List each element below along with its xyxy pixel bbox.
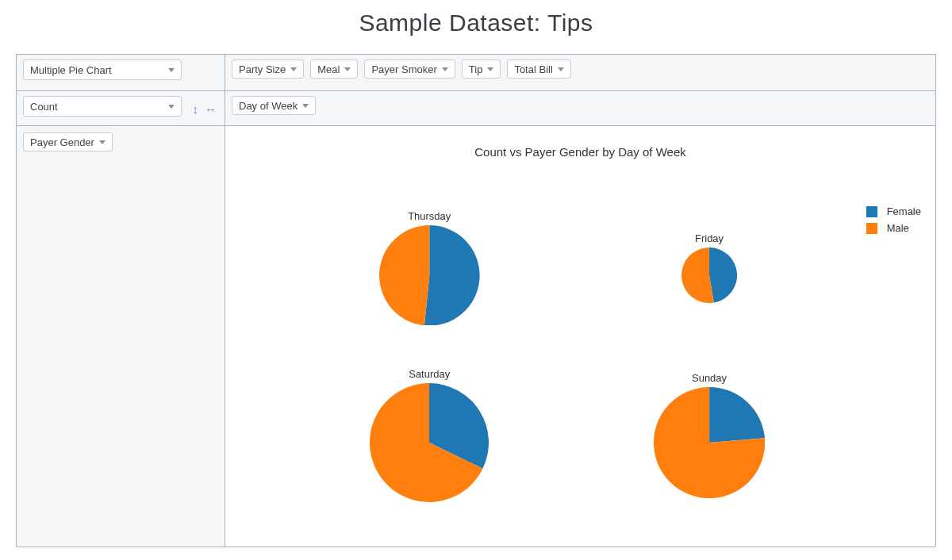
page-title: Sample Dataset: Tips: [16, 10, 936, 36]
caret-down-icon: [487, 67, 493, 71]
field-pill-label: Day of Week: [239, 100, 298, 112]
caret-down-icon: [168, 68, 175, 72]
renderer-label: Multiple Pie Chart: [30, 64, 112, 76]
pie-friday[interactable]: Friday: [681, 232, 737, 303]
field-pill-label: Meal: [317, 63, 340, 75]
legend: FemaleMale: [866, 205, 921, 239]
field-pill-payer-gender[interactable]: Payer Gender: [23, 132, 113, 152]
aggregator-label: Count: [30, 101, 58, 113]
sort-horizontal-icon[interactable]: ↔: [205, 102, 217, 114]
field-pill-payer-smoker[interactable]: Payer Smoker: [364, 59, 455, 79]
pivot-table-ui: Multiple Pie Chart Party SizeMealPayer S…: [16, 54, 936, 547]
field-pill-label: Total Bill: [514, 63, 552, 75]
field-pill-label: Payer Smoker: [371, 63, 436, 75]
chart-title: Count vs Payer Gender by Day of Week: [225, 126, 935, 159]
field-pill-label: Payer Gender: [30, 136, 94, 148]
legend-swatch: [866, 223, 877, 234]
legend-swatch: [866, 206, 877, 217]
caret-down-icon: [290, 67, 297, 71]
pie-label: Sunday: [654, 372, 765, 384]
legend-item-female[interactable]: Female: [866, 205, 921, 217]
field-pill-tip[interactable]: Tip: [462, 59, 501, 79]
field-pill-label: Tip: [469, 63, 483, 75]
column-fields-zone[interactable]: Day of Week: [232, 96, 929, 115]
legend-item-male[interactable]: Male: [866, 222, 921, 234]
legend-label: Female: [887, 205, 921, 217]
caret-down-icon: [558, 67, 564, 71]
field-pill-party-size[interactable]: Party Size: [232, 59, 304, 79]
field-pill-meal[interactable]: Meal: [310, 59, 358, 79]
pie-label: Friday: [681, 232, 737, 244]
pie-label: Thursday: [379, 210, 480, 222]
caret-down-icon: [344, 67, 351, 71]
renderer-dropdown[interactable]: Multiple Pie Chart: [23, 59, 182, 80]
pie-label: Saturday: [370, 368, 489, 380]
caret-down-icon: [168, 105, 175, 109]
unused-fields-zone[interactable]: Party SizeMealPayer SmokerTipTotal Bill: [232, 59, 929, 79]
field-pill-day-of-week[interactable]: Day of Week: [232, 96, 316, 115]
pie-saturday[interactable]: Saturday: [370, 368, 489, 502]
caret-down-icon: [302, 104, 309, 108]
caret-down-icon: [99, 140, 106, 144]
field-pill-total-bill[interactable]: Total Bill: [507, 59, 570, 79]
legend-label: Male: [887, 222, 909, 234]
sort-vertical-icon[interactable]: ↕: [193, 102, 199, 114]
aggregator-dropdown[interactable]: Count: [23, 96, 182, 117]
caret-down-icon: [442, 67, 448, 71]
pie-thursday[interactable]: Thursday: [379, 210, 480, 326]
pie-sunday[interactable]: Sunday: [654, 372, 765, 498]
row-fields-zone[interactable]: Payer Gender: [23, 132, 218, 152]
chart-area: Count vs Payer Gender by Day of Week Thu…: [225, 126, 935, 547]
field-pill-label: Party Size: [239, 63, 286, 75]
